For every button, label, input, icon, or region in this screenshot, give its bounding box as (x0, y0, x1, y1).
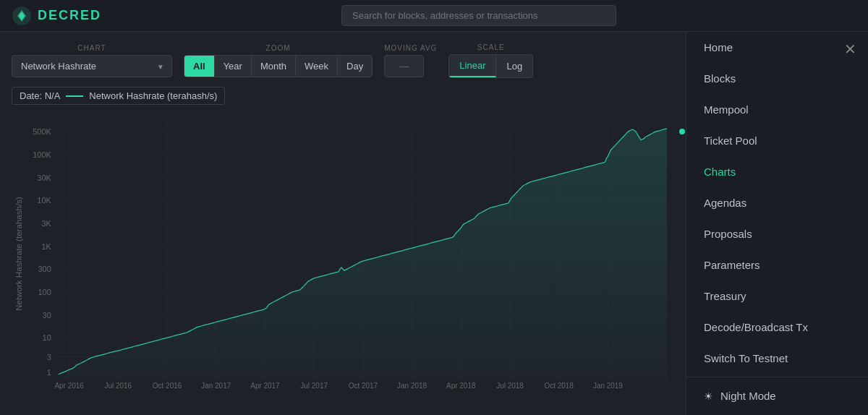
zoom-month-button[interactable]: Month (252, 56, 296, 77)
menu-item-blocks[interactable]: Blocks (686, 63, 868, 94)
menu-ticket-pool-label: Ticket Pool (704, 134, 757, 147)
svg-text:10K: 10K (37, 196, 51, 205)
tooltip-date: Date: N/A (20, 90, 60, 101)
menu-home-label: Home (704, 41, 733, 54)
menu-item-ticket-pool[interactable]: Ticket Pool (686, 125, 868, 156)
tooltip-line-icon (66, 95, 83, 97)
chart-select-wrapper: Network Hashrate Coin Supply Block Size … (12, 55, 172, 77)
svg-text:100: 100 (38, 288, 51, 296)
scale-linear-button[interactable]: Linear (449, 55, 496, 77)
moving-avg-display: — (384, 55, 424, 77)
menu-item-agendas[interactable]: Agendas (686, 187, 868, 218)
svg-text:3K: 3K (41, 219, 51, 228)
svg-text:Jan 2017: Jan 2017 (201, 382, 231, 390)
svg-text:500K: 500K (33, 127, 51, 136)
zoom-buttons: All Year Month Week Day (184, 55, 373, 77)
chart-area: CHART Network Hashrate Coin Supply Block… (0, 32, 686, 415)
chart-label: CHART (12, 44, 172, 52)
zoom-year-button[interactable]: Year (215, 56, 252, 77)
menu-item-mempool[interactable]: Mempool (686, 94, 868, 125)
zoom-week-button[interactable]: Week (296, 56, 338, 77)
menu-decode-broadcast-label: Decode/Broadcast Tx (704, 321, 808, 333)
menu-item-night-mode[interactable]: ☀ Night Mode (686, 380, 868, 411)
zoom-control-group: ZOOM All Year Month Week Day (184, 44, 373, 77)
chart-wrapper: 500K 100K 30K 10K 3K 1K 300 100 30 10 3 … (12, 116, 674, 391)
menu-agendas-label: Agendas (704, 197, 746, 209)
menu-blocks-label: Blocks (704, 72, 736, 85)
dropdown-menu: ✕ Home Blocks Mempool Ticket Pool Charts… (686, 32, 868, 415)
menu-treasury-label: Treasury (704, 290, 746, 302)
sun-icon: ☀ (704, 390, 713, 402)
menu-charts-label: Charts (704, 166, 736, 178)
chart-control-group: CHART Network Hashrate Coin Supply Block… (12, 44, 172, 77)
svg-text:Apr 2016: Apr 2016 (54, 382, 84, 390)
hashrate-live-indicator (679, 129, 685, 134)
scale-log-button[interactable]: Log (496, 55, 532, 77)
search-input[interactable] (341, 5, 616, 26)
menu-divider (686, 377, 868, 377)
menu-item-charts[interactable]: Charts (686, 156, 868, 187)
svg-text:100K: 100K (33, 150, 51, 159)
decred-logo-icon (12, 6, 32, 26)
svg-text:30: 30 (43, 310, 51, 319)
svg-text:30K: 30K (37, 173, 51, 181)
moving-avg-label: MOVING AVG (384, 44, 437, 52)
svg-text:Jan 2018: Jan 2018 (397, 382, 427, 390)
menu-mempool-label: Mempool (704, 103, 749, 116)
menu-item-treasury[interactable]: Treasury (686, 281, 868, 312)
tooltip-label: Network Hashrate (terahash/s) (89, 90, 217, 101)
chart-tooltip-area: Date: N/A Network Hashrate (terahash/s) (12, 87, 674, 111)
menu-item-proposals[interactable]: Proposals (686, 218, 868, 249)
moving-avg-control-group: MOVING AVG — (384, 44, 437, 77)
svg-text:3: 3 (47, 352, 51, 361)
chart-tooltip: Date: N/A Network Hashrate (terahash/s) (12, 87, 225, 105)
svg-text:1K: 1K (41, 241, 51, 250)
menu-item-parameters[interactable]: Parameters (686, 249, 868, 281)
svg-text:Jul 2016: Jul 2016 (105, 382, 132, 390)
main-content: CHART Network Hashrate Coin Supply Block… (0, 32, 868, 415)
svg-text:Apr 2018: Apr 2018 (446, 382, 476, 390)
menu-item-switch-testnet[interactable]: Switch To Testnet (686, 343, 868, 374)
search-bar (101, 5, 856, 26)
svg-text:Apr 2017: Apr 2017 (250, 382, 280, 390)
logo-text: decred (38, 8, 101, 23)
svg-text:300: 300 (38, 265, 51, 273)
logo-area: decred (12, 6, 101, 26)
menu-night-mode-label: Night Mode (720, 390, 776, 402)
menu-parameters-label: Parameters (704, 259, 760, 271)
header: decred (0, 0, 868, 32)
zoom-all-button[interactable]: All (184, 56, 215, 77)
close-button[interactable]: ✕ (844, 40, 856, 58)
svg-text:Jul 2017: Jul 2017 (300, 382, 328, 390)
zoom-day-button[interactable]: Day (338, 56, 372, 77)
controls-row: CHART Network Hashrate Coin Supply Block… (12, 43, 674, 78)
svg-text:10: 10 (43, 333, 51, 342)
scale-label: SCALE (448, 43, 533, 51)
menu-item-home[interactable]: Home (686, 32, 868, 63)
menu-item-hot-keys[interactable]: Enable Hot Keys ( ⌘ enter \ = ) (686, 411, 868, 415)
svg-text:Network Hashrate (terahash/s): Network Hashrate (terahash/s) (14, 197, 23, 311)
svg-text:Oct 2017: Oct 2017 (349, 382, 378, 390)
zoom-label: ZOOM (184, 44, 373, 52)
svg-text:Jul 2018: Jul 2018 (496, 382, 524, 390)
menu-switch-testnet-label: Switch To Testnet (704, 352, 788, 364)
svg-text:Jan 2019: Jan 2019 (593, 382, 623, 390)
scale-buttons: Linear Log (448, 54, 533, 78)
hashrate-chart: 500K 100K 30K 10K 3K 1K 300 100 30 10 3 … (12, 116, 674, 391)
menu-proposals-label: Proposals (704, 228, 752, 240)
svg-text:Oct 2018: Oct 2018 (545, 382, 574, 390)
chart-select[interactable]: Network Hashrate Coin Supply Block Size … (12, 56, 171, 77)
svg-text:1: 1 (47, 368, 51, 377)
svg-text:Oct 2016: Oct 2016 (153, 382, 182, 390)
scale-control-group: SCALE Linear Log (448, 43, 533, 78)
menu-item-decode-broadcast[interactable]: Decode/Broadcast Tx (686, 312, 868, 343)
